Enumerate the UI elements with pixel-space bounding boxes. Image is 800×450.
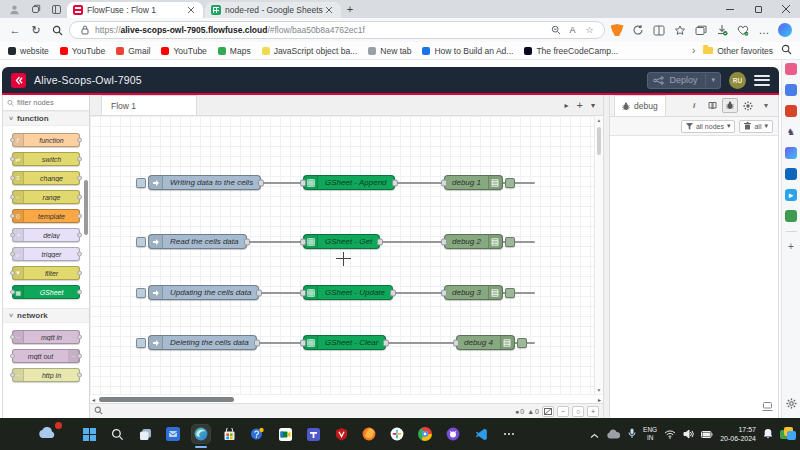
downloads-icon[interactable] [713, 21, 731, 39]
slack-icon[interactable] [388, 425, 406, 443]
ms365-toolbox-icon[interactable] [785, 105, 797, 117]
mail-app-icon[interactable] [164, 425, 182, 443]
output-port[interactable] [390, 289, 396, 296]
input-port[interactable] [441, 238, 447, 245]
pink-app-icon[interactable] [785, 63, 797, 75]
user-avatar[interactable]: RU [729, 72, 746, 89]
gsheet-node[interactable]: GSheet - Get [303, 234, 380, 249]
taskbar-overflow-icon[interactable] [500, 425, 518, 443]
output-port[interactable] [392, 179, 398, 186]
debug-sidebar-tab[interactable]: debug [614, 95, 666, 116]
output-port[interactable] [377, 238, 383, 245]
battery-icon[interactable] [701, 425, 713, 443]
palette-node[interactable]: → mqtt out [12, 349, 80, 363]
palette-node[interactable]: ↔ range [12, 190, 80, 204]
sidebar-resize-handle[interactable] [603, 95, 610, 418]
other-favorites-button[interactable]: Other favorites [703, 46, 773, 56]
close-button[interactable] [772, 0, 800, 18]
output-port[interactable] [244, 238, 250, 245]
volume-icon[interactable] [683, 425, 694, 443]
tab-close-icon[interactable] [323, 4, 335, 16]
palette-category-network[interactable]: ˅ network [3, 308, 89, 323]
tab-close-icon[interactable] [185, 4, 197, 16]
telegram-icon[interactable]: ▸ [785, 189, 797, 201]
bookmark-item[interactable]: YouTube [60, 46, 105, 56]
palette-node[interactable]: ▦ GSheet [12, 285, 80, 299]
main-menu-icon[interactable] [754, 72, 770, 88]
debug-node[interactable]: debug 1 [444, 175, 515, 190]
tree-app-icon[interactable] [785, 210, 797, 222]
debug-filter-button[interactable]: all nodes ▾ [681, 120, 736, 133]
onedrive-icon[interactable] [606, 425, 621, 443]
clock[interactable]: 17:57 20-06-2024 [720, 425, 756, 443]
palette-search[interactable] [3, 95, 89, 111]
extension-swirl-icon[interactable] [629, 21, 647, 39]
output-port[interactable] [254, 339, 260, 346]
inject-node[interactable]: Read the cells data [136, 234, 247, 249]
flows-menu-icon[interactable]: ▾ [591, 101, 595, 110]
inject-button[interactable] [136, 338, 146, 348]
tray-chevron-up-icon[interactable] [590, 425, 599, 443]
help-tab-icon[interactable] [704, 98, 720, 113]
deploy-options-caret-icon[interactable]: ▾ [711, 76, 715, 84]
list-flows-icon[interactable]: ▸ [565, 101, 569, 110]
palette-node[interactable]: → mqtt in [12, 330, 80, 344]
input-port[interactable] [300, 339, 306, 346]
workspaces-icon[interactable] [28, 3, 43, 16]
add-flow-button[interactable]: + [577, 99, 583, 111]
sidebar-settings-gear-icon[interactable] [786, 395, 797, 413]
google-meet-icon[interactable] [276, 425, 294, 443]
navigator-icon[interactable] [542, 406, 554, 417]
games-chess-icon[interactable]: ♞ [785, 126, 797, 138]
browser-essentials-icon[interactable] [734, 21, 752, 39]
url-bar[interactable]: https://alive-scops-owl-7905.flowfuse.cl… [69, 21, 605, 39]
zoom-out-button[interactable]: − [557, 406, 569, 417]
debug-clear-button[interactable]: all ▾ [739, 120, 773, 133]
refresh-button[interactable]: ↻ [27, 21, 45, 39]
copilot-sidebar-icon[interactable] [785, 147, 797, 159]
palette-node[interactable]: ⇄ switch [12, 152, 80, 166]
shopping-tag-icon[interactable] [785, 84, 797, 96]
palette-scrollbar[interactable] [84, 180, 88, 235]
start-button[interactable] [80, 425, 98, 443]
tab-actions-icon[interactable] [49, 3, 64, 16]
debug-node[interactable]: debug 3 [444, 285, 515, 300]
scrollbar-thumb[interactable] [99, 397, 234, 402]
gsheet-node[interactable]: GSheet - Update [303, 285, 393, 300]
url-text[interactable]: https://alive-scops-owl-7905.flowfuse.cl… [95, 25, 545, 35]
input-port[interactable] [300, 238, 306, 245]
debug-toggle-button[interactable] [505, 237, 515, 247]
debug-node[interactable]: debug 4 [456, 335, 527, 350]
deploy-button[interactable]: Deploy ▾ [647, 72, 721, 89]
favorites-icon[interactable] [671, 21, 689, 39]
search-flows-icon[interactable] [94, 406, 103, 416]
palette-node[interactable]: ≡ change [12, 171, 80, 185]
microphone-icon[interactable] [628, 425, 636, 443]
open-debug-window-icon[interactable] [762, 397, 773, 415]
inject-node[interactable]: Writing data to the cells [136, 175, 261, 190]
scroll-up-icon[interactable]: ▴ [598, 117, 601, 123]
task-view-icon[interactable] [136, 425, 154, 443]
teams-icon[interactable] [304, 425, 322, 443]
edge-browser-icon[interactable] [192, 425, 210, 443]
zoom-in-button[interactable]: + [587, 406, 599, 417]
chrome-icon[interactable] [416, 425, 434, 443]
palette-search-input[interactable] [17, 98, 85, 107]
scroll-left-icon[interactable]: ◂ [92, 396, 95, 403]
corner-app-icon[interactable] [780, 427, 796, 441]
notification-bell-icon[interactable] [763, 425, 773, 443]
browser-tab-flowfuse[interactable]: FlowFuse : Flow 1 [67, 2, 203, 18]
wifi-icon[interactable] [664, 425, 676, 443]
bookmark-item[interactable]: How to Build an Ad... [422, 46, 513, 56]
outlook-icon[interactable] [785, 168, 797, 180]
mcafee-icon[interactable] [332, 425, 350, 443]
bookmarks-overflow-chevron[interactable]: › [692, 45, 695, 56]
gsheet-node[interactable]: GSheet - Append [303, 175, 395, 190]
bookmark-item[interactable]: Maps [218, 46, 251, 56]
split-screen-icon[interactable] [650, 21, 668, 39]
back-button[interactable]: ← [6, 21, 24, 39]
bookmark-item[interactable]: Gmail [116, 46, 150, 56]
canvas-horizontal-scrollbar[interactable]: ◂ ▸ [90, 394, 603, 403]
output-port[interactable] [258, 179, 264, 186]
info-tab-icon[interactable]: i [686, 98, 702, 113]
